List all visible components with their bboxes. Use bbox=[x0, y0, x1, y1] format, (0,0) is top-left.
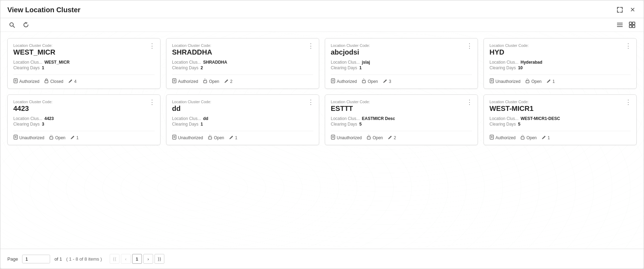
card-lock-text-3: Open bbox=[531, 79, 541, 84]
card-menu-button-0[interactable]: ⋮ bbox=[148, 43, 156, 49]
svg-rect-24 bbox=[490, 79, 494, 83]
grid-view-button[interactable] bbox=[628, 21, 637, 29]
card-detail-row2-0: Clearing Days 1 bbox=[13, 65, 155, 70]
card-status-2: Authorized bbox=[331, 78, 357, 84]
card-menu-button-2[interactable]: ⋮ bbox=[466, 43, 473, 49]
card-edit-count-7: 1 bbox=[548, 135, 550, 140]
lock-icon-6 bbox=[366, 135, 371, 141]
svg-rect-47 bbox=[521, 137, 524, 139]
card-edit-count-4: 1 bbox=[76, 135, 79, 140]
card-lock-text-7: Open bbox=[526, 135, 536, 140]
card-status-1: Authorized bbox=[172, 78, 198, 84]
svg-rect-8 bbox=[632, 25, 635, 28]
card-detail-row1-0: Location Clus... WEST_MICR bbox=[13, 60, 155, 65]
card-label-4: Location Cluster Code: bbox=[13, 100, 155, 104]
card-menu-button-5[interactable]: ⋮ bbox=[307, 99, 315, 105]
search-button[interactable] bbox=[7, 21, 16, 29]
card-label-2: Location Cluster Code: bbox=[331, 43, 472, 48]
close-button[interactable]: ✕ bbox=[629, 5, 637, 14]
card-4: Location Cluster Code: 4423 ⋮ Location C… bbox=[7, 94, 160, 145]
next-page-button[interactable]: › bbox=[143, 254, 153, 264]
edit-icon-0 bbox=[68, 79, 73, 84]
card-status-text-3: Unauthorized bbox=[495, 79, 520, 84]
card-status-4: Unauthorized bbox=[13, 135, 44, 141]
card-code-7: WEST-MICR1 bbox=[489, 105, 631, 113]
window-header: View Location Cluster ✕ bbox=[0, 0, 644, 18]
card-edit-2: 3 bbox=[383, 79, 391, 84]
card-edit-5: 1 bbox=[229, 135, 238, 141]
card-menu-button-4[interactable]: ⋮ bbox=[148, 99, 156, 105]
card-lock-3: Open bbox=[525, 78, 541, 84]
card-status-6: Unauthorized bbox=[331, 135, 362, 141]
lock-icon-2 bbox=[362, 78, 366, 84]
edit-icon-1 bbox=[224, 79, 229, 84]
card-footer-7: Authorized Open 1 bbox=[489, 131, 631, 141]
card-code-2: abcjodsi bbox=[331, 48, 472, 56]
card-lock-text-6: Open bbox=[372, 135, 383, 140]
card-lock-text-4: Open bbox=[55, 135, 65, 140]
card-detail-row2-6: Clearing Days 5 bbox=[331, 122, 472, 127]
svg-rect-19 bbox=[331, 79, 335, 83]
card-detail-row2-5: Clearing Days 1 bbox=[172, 122, 313, 127]
card-detail-row2-1: Clearing Days 2 bbox=[172, 65, 313, 70]
edit-icon-4 bbox=[70, 135, 75, 141]
doc-icon-4 bbox=[13, 135, 18, 141]
first-page-button[interactable]: ⟨⟨ bbox=[110, 254, 119, 264]
card-detail-row1-3: Location Clus... Hyderabad bbox=[489, 60, 631, 65]
card-menu-button-1[interactable]: ⋮ bbox=[307, 43, 315, 49]
card-detail-row1-2: Location Clus... jslaj bbox=[331, 60, 472, 65]
edit-icon-6 bbox=[388, 135, 392, 141]
svg-rect-29 bbox=[14, 135, 18, 139]
page-1-button[interactable]: 1 bbox=[132, 254, 142, 264]
edit-icon-3 bbox=[547, 79, 551, 84]
card-footer-4: Unauthorized Open 1 bbox=[13, 131, 155, 141]
toolbar-right bbox=[615, 21, 637, 29]
card-footer-3: Unauthorized Open 1 bbox=[489, 75, 631, 84]
card-code-4: 4423 bbox=[13, 105, 155, 113]
card-lock-4: Open bbox=[49, 135, 65, 141]
card-detail-row2-7: Clearing Days 5 bbox=[489, 122, 631, 127]
prev-page-button[interactable]: ‹ bbox=[121, 254, 131, 264]
card-status-text-1: Authorized bbox=[178, 79, 198, 84]
card-edit-count-0: 4 bbox=[74, 79, 77, 84]
card-edit-3: 1 bbox=[547, 79, 555, 84]
card-lock-7: Open bbox=[520, 135, 536, 141]
lock-icon-4 bbox=[49, 135, 54, 141]
refresh-button[interactable] bbox=[21, 21, 30, 29]
svg-rect-37 bbox=[208, 137, 212, 139]
card-menu-button-3[interactable]: ⋮ bbox=[624, 43, 632, 49]
doc-icon-5 bbox=[172, 135, 177, 141]
card-edit-1: 2 bbox=[224, 79, 233, 84]
pagination: ⟨⟨ ‹ 1 › ⟩⟩ bbox=[110, 254, 164, 264]
page-input[interactable] bbox=[22, 255, 50, 263]
card-detail-row2-4: Clearing Days 3 bbox=[13, 122, 155, 127]
last-page-button[interactable]: ⟩⟩ bbox=[155, 254, 164, 264]
card-edit-6: 2 bbox=[388, 135, 396, 141]
card-status-text-7: Authorized bbox=[495, 135, 515, 140]
lock-icon-7 bbox=[520, 135, 525, 141]
resize-button[interactable] bbox=[615, 6, 624, 14]
card-code-5: dd bbox=[172, 105, 313, 113]
card-lock-text-2: Open bbox=[368, 79, 378, 84]
card-lock-text-1: Open bbox=[209, 79, 219, 84]
card-status-text-4: Unauthorized bbox=[19, 135, 44, 140]
svg-rect-6 bbox=[632, 22, 635, 24]
card-menu-button-6[interactable]: ⋮ bbox=[466, 99, 473, 105]
doc-icon-3 bbox=[489, 78, 494, 84]
card-code-1: SHRADDHA bbox=[172, 48, 313, 56]
card-status-5: Unauthorized bbox=[172, 135, 203, 141]
svg-rect-9 bbox=[14, 79, 18, 83]
card-label-6: Location Cluster Code: bbox=[331, 100, 472, 104]
card-footer-0: Authorized Closed 4 bbox=[13, 75, 155, 84]
list-view-button[interactable] bbox=[615, 21, 625, 29]
doc-icon-7 bbox=[489, 135, 494, 141]
page-label: Page bbox=[7, 256, 18, 262]
card-status-3: Unauthorized bbox=[489, 78, 520, 84]
card-lock-5: Open bbox=[208, 135, 224, 141]
svg-rect-32 bbox=[50, 137, 53, 139]
card-menu-button-7[interactable]: ⋮ bbox=[624, 99, 632, 105]
cards-container: Location Cluster Code: WEST_MICR ⋮ Locat… bbox=[0, 32, 644, 249]
card-detail-row1-4: Location Clus... 4423 bbox=[13, 116, 155, 121]
footer-bar: Page of 1 ( 1 - 8 of 8 items ) ⟨⟨ ‹ 1 › … bbox=[0, 249, 644, 269]
svg-point-0 bbox=[10, 23, 13, 26]
